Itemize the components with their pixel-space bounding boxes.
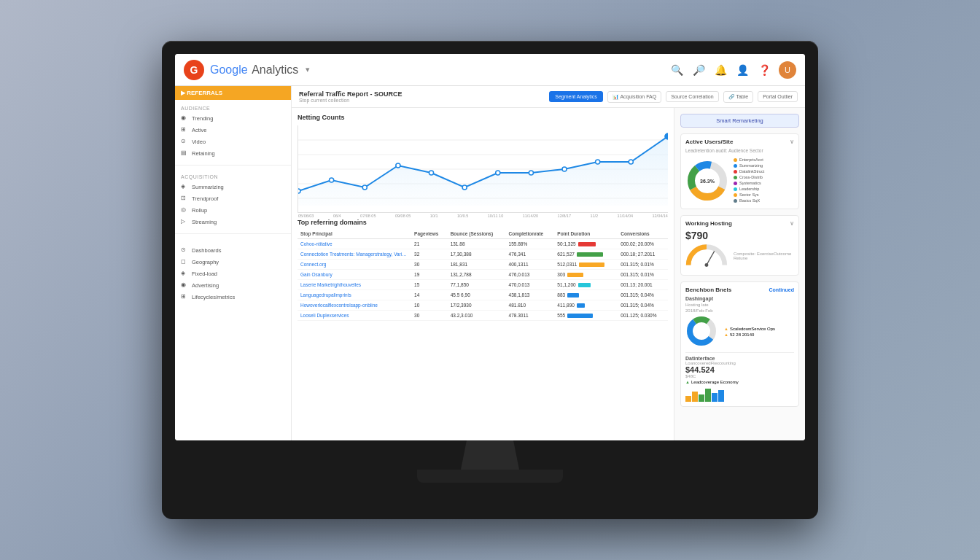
cell-pd: 883 [554, 290, 618, 300]
tab-source-correlation[interactable]: Source Correlation [666, 91, 718, 102]
cell-conv: 001.315; 0.01% [618, 270, 668, 280]
referral-table: Stop Principal Pageviews Bounce (Session… [298, 229, 668, 321]
help-icon[interactable]: ❓ [757, 63, 771, 77]
search-icon[interactable]: 🔍 [669, 63, 684, 77]
table-row: Howoverlocalflexcontrolsapp-onbline 10 1… [298, 300, 668, 311]
bench-donut-area: ▲ ScaledownService Ops ▲ 52 28 20140 [685, 315, 794, 348]
monitor-stand-neck [461, 440, 519, 470]
cell-conv: 001.315; 0.04% [618, 300, 668, 311]
cell-dss: 17,30,388 [448, 249, 506, 260]
sidebar-item-trendproof[interactable]: ⊡ Trendproof [175, 192, 291, 204]
rollup-icon: ◎ [181, 206, 188, 214]
cell-site[interactable]: Cohoo-ntitative [298, 239, 411, 249]
sidebar-item-summarizing[interactable]: ◈ Summarizing [175, 181, 291, 192]
sidebar: ▶ REFERRALS Audience ◉ Trending ⊞ Active [175, 86, 292, 440]
sidebar-item-dashboards[interactable]: ⊙ Dashboards [175, 244, 291, 256]
table-row: Connect.org 30 181,831 400,1311 512,0311… [298, 260, 668, 270]
cell-conv: 001.13; 20.001 [618, 280, 668, 290]
mini-bar-6 [718, 390, 724, 402]
bench-label-2: 52 28 20140 [730, 332, 754, 337]
cell-dss: 43.2,3.010 [448, 311, 506, 321]
sidebar-item-lifecycle[interactable]: ⊞ Lifecycles/metrics [175, 291, 291, 303]
avatar[interactable]: U [779, 61, 796, 79]
cell-site[interactable]: Looseli Duplexservices [298, 311, 411, 321]
tab-acquisition-faq[interactable]: 📊 Acquisition FAQ [607, 91, 661, 103]
divider-1 [175, 165, 291, 166]
sidebar-item-retaining[interactable]: ▤ Retaining [175, 147, 291, 159]
cell-site[interactable]: Connect.org [298, 260, 411, 270]
bench-item-1: ▲ ScaledownService Ops [724, 327, 775, 331]
table-row: Gain Osanbury 19 131,2,788 476,0.013 303… [298, 270, 668, 280]
cell-cr: 478.3011 [506, 311, 555, 321]
tab-table[interactable]: 🔗 Table [723, 91, 754, 103]
cell-site[interactable]: Languagedrupalimprints [298, 290, 411, 300]
sidebar-item-label: Dashboards [192, 247, 221, 254]
top-bar-icons: 🔍 🔎 🔔 👤 ❓ U [669, 61, 796, 79]
cta-button[interactable]: Segment Analytics [549, 91, 603, 102]
smart-goals-btn[interactable]: Smart Remarketing [680, 114, 799, 128]
monetize-value: $790 [685, 230, 794, 241]
content-area: Referral Traffic Report - SOURCE Stop cu… [292, 86, 805, 440]
audience-sub: Leadretention audit: Audience Sector [685, 148, 794, 153]
sidebar-item-label: Streaming [192, 219, 217, 225]
cell-site[interactable]: Connectotion Treatments: Managerstrategy… [298, 249, 411, 260]
monetize-title: Working Hosting ∨ [685, 220, 794, 227]
legend-item-6: Leadership [734, 187, 764, 191]
cell-dss: 17/2,3930 [448, 300, 506, 311]
sidebar-item-trending[interactable]: ◉ Trending [175, 112, 291, 124]
cell-pv: 14 [411, 290, 448, 300]
legend-dot-orange [734, 158, 737, 162]
x-label-11: 11/14/04 [618, 214, 633, 218]
svg-line-27 [707, 251, 715, 265]
col-site: Stop Principal [298, 229, 411, 239]
active-icon: ⊞ [181, 126, 188, 133]
sidebar-item-fixedload[interactable]: ◈ Fixed-load [175, 268, 291, 279]
cell-site[interactable]: Howoverlocalflexcontrolsapp-onbline [298, 300, 411, 311]
svg-point-13 [562, 167, 567, 171]
cell-cr: 470,0.013 [506, 280, 555, 290]
sidebar-section-audience: Audience ◉ Trending ⊞ Active ⊙ Video [175, 100, 291, 162]
donut-legend: EnterprisAcct Summarizing [734, 158, 764, 204]
table-row: Cohoo-ntitative 21 131.88 155.88% 50:1,3… [298, 239, 668, 249]
sidebar-item-active[interactable]: ⊞ Active [175, 124, 291, 136]
sidebar-item-advertising[interactable]: ◉ Advertising [175, 279, 291, 291]
sidebar-item-label: Trending [192, 115, 213, 122]
mini-bar-3 [699, 394, 704, 402]
header-title-group: Referral Traffic Report - SOURCE Stop cu… [299, 90, 402, 103]
cell-pd: 50:1,325 [554, 239, 618, 249]
ga-google-text: Google [210, 63, 248, 77]
tab-portal-outlier[interactable]: Portal Outlier [758, 91, 798, 102]
sidebar-item-video[interactable]: ⊙ Video [175, 136, 291, 147]
col-pd: Point Duration [554, 229, 618, 239]
chart-title: Netting Counts [298, 114, 668, 121]
bell-icon[interactable]: 🔔 [713, 63, 728, 77]
legend-dot-yellow [734, 193, 737, 197]
dash-sub: Hosting late [685, 303, 794, 307]
cell-cr: 481.810 [506, 300, 555, 311]
device-value: $44.524 [685, 365, 794, 374]
sidebar-item-streaming[interactable]: ▷ Streaming [175, 216, 291, 228]
monetize-section: Working Hosting ∨ $790 [680, 215, 799, 276]
x-label-12: 12/04/14 [653, 214, 668, 218]
monitor-stand-base [417, 470, 563, 483]
legend-item-4: Cross-Distrib [734, 175, 764, 179]
device-icon-1: ▲ [685, 380, 690, 384]
col-cr: Completionrate [506, 229, 555, 239]
sidebar-item-label: Retaining [192, 150, 215, 157]
benchmarks-section: Benchbon Bnels Continued Dashingapt Host… [680, 281, 799, 407]
bench-donut [685, 315, 718, 348]
section-label-audience: Audience [175, 103, 291, 112]
svg-point-9 [429, 171, 433, 175]
chevron-down-icon[interactable]: ▾ [306, 65, 310, 74]
sidebar-item-geography[interactable]: ◻ Geography [175, 256, 291, 268]
cell-site[interactable]: Gain Osanbury [298, 270, 411, 280]
device-section: Datinterface LoancoveredFlexcounting $44… [685, 352, 794, 402]
sidebar-item-rollup[interactable]: ◎ Rollup [175, 204, 291, 216]
cell-cr: 155.88% [506, 239, 555, 249]
gauge-sub: Composite: ExerciseOutcome Retune [734, 252, 794, 260]
search2-icon[interactable]: 🔎 [691, 63, 706, 77]
cell-site[interactable]: Laserie Marketrighthouvelles [298, 280, 411, 290]
person-icon[interactable]: 👤 [735, 63, 750, 77]
audience-section: Active Users/Site ∨ Leadretention audit:… [680, 133, 799, 209]
benchmarks-link[interactable]: Continued [769, 287, 794, 292]
